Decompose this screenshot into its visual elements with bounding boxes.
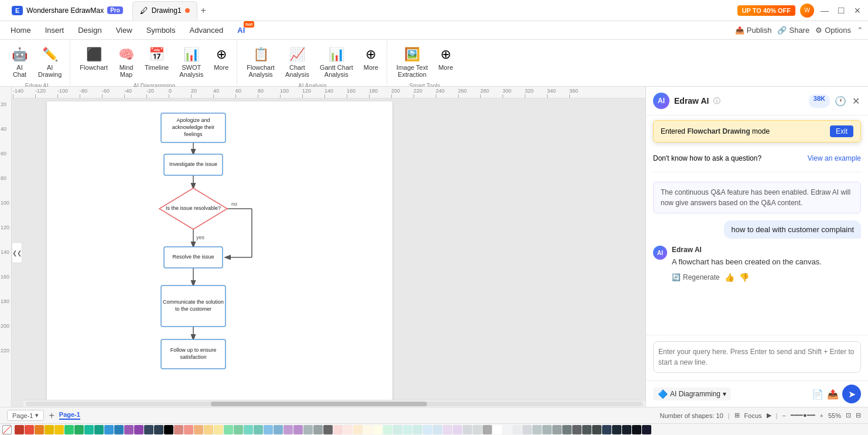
current-page-tab[interactable]: Page-1 <box>59 411 80 420</box>
color-swatch[interactable] <box>144 425 153 434</box>
color-swatch[interactable] <box>154 425 163 434</box>
color-swatch[interactable] <box>532 425 542 434</box>
color-swatch[interactable] <box>403 425 412 434</box>
ai-chat-button[interactable]: 🤖 AIChat <box>7 43 32 81</box>
focus-label[interactable]: Focus <box>744 412 762 419</box>
menu-view[interactable]: View <box>110 23 138 37</box>
mind-map-button[interactable]: 🧠 MindMap <box>114 43 139 81</box>
color-swatch[interactable] <box>612 425 621 434</box>
color-swatch[interactable] <box>15 425 24 434</box>
more-diagramming-button[interactable]: ⊕ More <box>209 43 233 74</box>
color-swatch[interactable] <box>552 425 562 434</box>
color-swatch[interactable] <box>582 425 592 434</box>
color-swatch[interactable] <box>54 425 64 434</box>
color-swatch[interactable] <box>104 425 114 434</box>
color-swatch[interactable] <box>254 425 263 434</box>
color-swatch[interactable] <box>303 425 313 434</box>
thumbs-up-button[interactable]: 👍 <box>725 273 734 282</box>
menu-design[interactable]: Design <box>72 23 107 37</box>
color-swatch[interactable] <box>84 425 94 434</box>
color-swatch[interactable] <box>214 425 223 434</box>
color-swatch[interactable] <box>493 425 502 434</box>
panel-close-button[interactable]: ✕ <box>851 94 861 108</box>
color-swatch[interactable] <box>562 425 572 434</box>
color-swatch[interactable] <box>274 425 283 434</box>
drawing-tab[interactable]: 🖊 Drawing1 <box>132 1 197 20</box>
ai-help-icon[interactable]: ⓘ <box>713 96 720 106</box>
zoom-in-button[interactable]: + <box>820 412 823 419</box>
flowchart-button[interactable]: ⬛ Flowchart <box>75 43 112 74</box>
color-swatch[interactable] <box>184 425 193 434</box>
more-analysis-button[interactable]: ⊕ More <box>359 43 383 74</box>
no-fill-swatch[interactable] <box>2 425 12 434</box>
regenerate-button[interactable]: 🔄 Regenerate <box>672 273 720 281</box>
color-swatch[interactable] <box>194 425 203 434</box>
chart-analysis-button[interactable]: 📈 ChartAnalysis <box>281 43 314 81</box>
thumbs-down-button[interactable]: 👎 <box>739 273 749 282</box>
add-page-button[interactable]: + <box>49 410 54 421</box>
color-swatch[interactable] <box>353 425 363 434</box>
image-text-extraction-button[interactable]: 🖼️ Image TextExtraction <box>392 43 433 81</box>
collapse-sidebar-button[interactable]: ❮❮ <box>12 242 22 263</box>
h-scrollbar[interactable] <box>23 400 645 407</box>
share-button[interactable]: 🔗 Share <box>777 26 809 35</box>
menu-advanced[interactable]: Advanced <box>183 23 229 37</box>
color-swatch[interactable] <box>283 425 293 434</box>
color-swatch[interactable] <box>204 425 213 434</box>
color-swatch[interactable] <box>234 425 243 434</box>
collapse-ribbon-button[interactable]: ⌃ <box>857 26 863 35</box>
color-swatch[interactable] <box>592 425 602 434</box>
color-swatch[interactable] <box>35 425 44 434</box>
zoom-out-button[interactable]: − <box>782 412 785 419</box>
color-swatch[interactable] <box>164 425 173 434</box>
minimize-button[interactable]: — <box>819 5 831 16</box>
fit-page-button[interactable]: ⊡ <box>846 412 851 419</box>
color-swatch[interactable] <box>542 425 552 434</box>
color-swatch[interactable] <box>134 425 143 434</box>
color-swatch[interactable] <box>512 425 522 434</box>
view-example-link[interactable]: View an example <box>808 154 861 162</box>
zoom-slider[interactable]: ━━━●━━ <box>791 412 815 419</box>
color-swatch[interactable] <box>463 425 472 434</box>
color-swatch[interactable] <box>293 425 303 434</box>
play-button[interactable]: ▶ <box>767 412 771 419</box>
app-tab[interactable]: E Wondershare EdrawMax Pro <box>5 1 130 20</box>
color-swatch[interactable] <box>25 425 34 434</box>
color-swatch[interactable] <box>642 425 651 434</box>
mode-selector[interactable]: 🔷 AI Diagramming ▾ <box>653 388 731 400</box>
color-swatch[interactable] <box>124 425 134 434</box>
menu-symbols[interactable]: Symbols <box>141 23 182 37</box>
color-swatch[interactable] <box>323 425 333 434</box>
color-swatch[interactable] <box>423 425 432 434</box>
publish-button[interactable]: 📤 Publish <box>735 26 772 35</box>
color-swatch[interactable] <box>64 425 74 434</box>
avatar[interactable]: W <box>800 4 814 18</box>
color-swatch[interactable] <box>373 425 382 434</box>
color-swatch[interactable] <box>224 425 233 434</box>
export-button[interactable]: 📤 <box>827 389 839 400</box>
drawing-canvas[interactable]: ❮❮ <box>12 98 645 407</box>
menu-insert[interactable]: Insert <box>39 23 70 37</box>
color-swatch[interactable] <box>74 425 84 434</box>
menu-ai[interactable]: AI hot <box>231 23 251 37</box>
color-swatch[interactable] <box>572 425 582 434</box>
color-swatch[interactable] <box>522 425 532 434</box>
menu-home[interactable]: Home <box>5 23 37 37</box>
color-swatch[interactable] <box>264 425 273 434</box>
promo-badge[interactable]: UP TO 40% OFF <box>737 5 795 16</box>
ai-drawing-button[interactable]: ✏️ AIDrawing <box>33 43 66 81</box>
color-swatch[interactable] <box>313 425 323 434</box>
file-upload-button[interactable]: 📄 <box>812 389 823 400</box>
page-tab[interactable]: Page-1 ▾ <box>7 410 44 421</box>
flowchart-analysis-button[interactable]: 📋 FlowchartAnalysis <box>242 43 279 81</box>
send-button[interactable]: ➤ <box>842 385 861 403</box>
color-swatch[interactable] <box>333 425 343 434</box>
color-swatch[interactable] <box>443 425 452 434</box>
gantt-chart-analysis-button[interactable]: 📊 Gantt ChartAnalysis <box>315 43 358 81</box>
panel-history-button[interactable]: 🕐 <box>833 94 848 108</box>
close-button[interactable]: ✕ <box>852 5 863 16</box>
color-swatch[interactable] <box>453 425 462 434</box>
color-swatch[interactable] <box>45 425 54 434</box>
color-swatch[interactable] <box>473 425 482 434</box>
fit-width-button[interactable]: ⊟ <box>856 412 861 419</box>
